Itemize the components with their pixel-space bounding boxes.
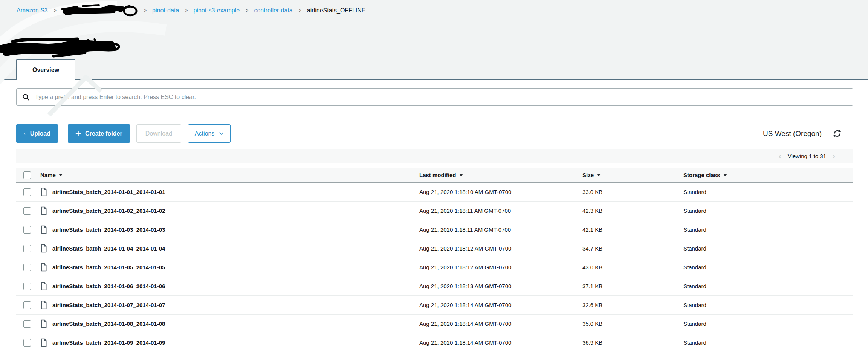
row-checkbox[interactable] xyxy=(23,245,31,252)
sort-caret-icon xyxy=(597,174,601,176)
breadcrumb-separator: > xyxy=(185,7,188,14)
object-storage-class: Standard xyxy=(683,321,853,327)
row-checkbox[interactable] xyxy=(23,320,31,328)
search-input[interactable] xyxy=(35,94,847,101)
table-row[interactable]: airlineStats_batch_2014-01-02_2014-01-02… xyxy=(16,202,853,220)
row-checkbox[interactable] xyxy=(23,264,31,271)
breadcrumb-link-pinot-data[interactable]: pinot-data xyxy=(152,7,179,14)
file-icon xyxy=(40,225,47,234)
download-button-label: Download xyxy=(145,130,172,137)
object-last-modified: Aug 21, 2020 1:18:14 AM GMT-0700 xyxy=(419,302,582,308)
breadcrumb-link-amazon-s3[interactable]: Amazon S3 xyxy=(17,7,48,14)
download-button[interactable]: Download xyxy=(136,124,181,143)
table-row[interactable]: airlineStats_batch_2014-01-06_2014-01-06… xyxy=(16,277,853,296)
row-checkbox[interactable] xyxy=(23,301,31,309)
object-storage-class: Standard xyxy=(683,245,853,252)
chevron-down-icon xyxy=(219,132,224,135)
row-checkbox[interactable] xyxy=(23,207,31,215)
tab-overview[interactable]: Overview xyxy=(16,59,75,80)
file-icon xyxy=(40,206,47,215)
file-icon xyxy=(40,188,47,196)
object-size: 42.1 KB xyxy=(582,226,683,233)
refresh-icon xyxy=(833,129,842,138)
sort-caret-icon xyxy=(459,174,463,176)
table-row[interactable]: airlineStats_batch_2014-01-04_2014-01-04… xyxy=(16,239,853,258)
table-row[interactable]: airlineStats_batch_2014-01-05_2014-01-05… xyxy=(16,258,853,277)
object-last-modified: Aug 21, 2020 1:18:13 AM GMT-0700 xyxy=(419,283,582,289)
column-header-size-label: Size xyxy=(582,172,594,178)
object-name-link[interactable]: airlineStats_batch_2014-01-04_2014-01-04 xyxy=(52,245,165,252)
row-checkbox[interactable] xyxy=(23,188,31,196)
object-last-modified: Aug 21, 2020 1:18:12 AM GMT-0700 xyxy=(419,245,582,252)
overview-panel: Upload Create folder Download Actions US… xyxy=(0,88,868,352)
create-folder-button[interactable]: Create folder xyxy=(68,124,130,143)
row-checkbox[interactable] xyxy=(23,226,31,234)
actions-menu-button[interactable]: Actions xyxy=(188,124,231,143)
search-icon xyxy=(22,93,30,101)
table-row[interactable]: airlineStats_batch_2014-01-07_2014-01-07… xyxy=(16,296,853,315)
sort-caret-icon xyxy=(59,174,63,176)
pagination-prev-icon[interactable]: ‹ xyxy=(779,152,781,160)
object-storage-class: Standard xyxy=(683,189,853,195)
object-size: 42.3 KB xyxy=(582,208,683,214)
breadcrumb-separator: > xyxy=(53,7,57,14)
object-name-link[interactable]: airlineStats_batch_2014-01-09_2014-01-09 xyxy=(52,339,165,346)
object-last-modified: Aug 21, 2020 1:18:11 AM GMT-0700 xyxy=(419,226,582,233)
object-size: 35.0 KB xyxy=(582,321,683,327)
table-row[interactable]: airlineStats_batch_2014-01-03_2014-01-03… xyxy=(16,220,853,239)
file-icon xyxy=(40,263,47,272)
file-icon xyxy=(40,244,47,253)
column-header-last-modified-label: Last modified xyxy=(419,172,456,178)
actions-button-label: Actions xyxy=(195,130,214,137)
column-header-storage-class-label: Storage class xyxy=(683,172,720,178)
breadcrumb-separator: > xyxy=(298,7,301,14)
object-last-modified: Aug 21, 2020 1:18:14 AM GMT-0700 xyxy=(419,339,582,346)
object-list: airlineStats_batch_2014-01-01_2014-01-01… xyxy=(16,183,853,352)
object-name-link[interactable]: airlineStats_batch_2014-01-05_2014-01-05 xyxy=(52,264,165,270)
object-size: 43.0 KB xyxy=(582,264,683,270)
object-name-link[interactable]: airlineStats_batch_2014-01-06_2014-01-06 xyxy=(52,283,165,289)
column-header-storage-class[interactable]: Storage class xyxy=(683,172,727,178)
select-all-checkbox[interactable] xyxy=(23,171,31,179)
breadcrumb: Amazon S3 > > pinot-data > pinot-s3-exam… xyxy=(17,5,365,16)
tab-overview-label: Overview xyxy=(32,67,59,73)
upload-button-label: Upload xyxy=(30,130,50,137)
object-last-modified: Aug 21, 2020 1:18:14 AM GMT-0700 xyxy=(419,321,582,327)
upload-button[interactable]: Upload xyxy=(16,124,58,143)
object-name-link[interactable]: airlineStats_batch_2014-01-01_2014-01-01 xyxy=(52,189,165,195)
object-name-link[interactable]: airlineStats_batch_2014-01-02_2014-01-02 xyxy=(52,208,165,214)
column-header-last-modified[interactable]: Last modified xyxy=(419,172,463,178)
region-label: US West (Oregon) xyxy=(763,130,822,138)
object-last-modified: Aug 21, 2020 1:18:12 AM GMT-0700 xyxy=(419,264,582,270)
object-last-modified: Aug 21, 2020 1:18:10 AM GMT-0700 xyxy=(419,189,582,195)
create-folder-button-label: Create folder xyxy=(85,130,122,137)
file-icon xyxy=(40,319,47,328)
breadcrumb-link-pinot-s3-example[interactable]: pinot-s3-example xyxy=(193,7,240,14)
object-size: 34.7 KB xyxy=(582,245,683,252)
pagination-status: Viewing 1 to 31 xyxy=(788,153,826,159)
breadcrumb-separator: > xyxy=(245,7,248,14)
object-name-link[interactable]: airlineStats_batch_2014-01-03_2014-01-03 xyxy=(52,226,165,233)
row-checkbox[interactable] xyxy=(23,283,31,290)
breadcrumb-separator: > xyxy=(144,7,147,14)
pagination-next-icon[interactable]: › xyxy=(833,152,835,160)
table-row[interactable]: airlineStats_batch_2014-01-01_2014-01-01… xyxy=(16,183,853,202)
breadcrumb-current-prefix: airlineStats_OFFLINE xyxy=(307,7,366,14)
table-row[interactable]: airlineStats_batch_2014-01-09_2014-01-09… xyxy=(16,333,853,352)
pagination-bar: ‹ Viewing 1 to 31 › xyxy=(16,149,853,163)
object-storage-class: Standard xyxy=(683,339,853,346)
object-storage-class: Standard xyxy=(683,264,853,270)
object-name-link[interactable]: airlineStats_batch_2014-01-07_2014-01-07 xyxy=(52,302,165,308)
object-name-link[interactable]: airlineStats_batch_2014-01-08_2014-01-08 xyxy=(52,321,165,327)
table-row[interactable]: airlineStats_batch_2014-01-08_2014-01-08… xyxy=(16,315,853,333)
page-header: Amazon S3 > > pinot-data > pinot-s3-exam… xyxy=(0,0,868,80)
breadcrumb-link-controller-data[interactable]: controller-data xyxy=(254,7,292,14)
toolbar: Upload Create folder Download Actions US… xyxy=(16,124,853,143)
file-icon xyxy=(40,338,47,347)
column-header-name[interactable]: Name xyxy=(40,172,63,178)
refresh-button[interactable] xyxy=(833,129,842,138)
column-header-size[interactable]: Size xyxy=(582,172,601,178)
object-storage-class: Standard xyxy=(683,283,853,289)
row-checkbox[interactable] xyxy=(23,339,31,347)
object-storage-class: Standard xyxy=(683,302,853,308)
